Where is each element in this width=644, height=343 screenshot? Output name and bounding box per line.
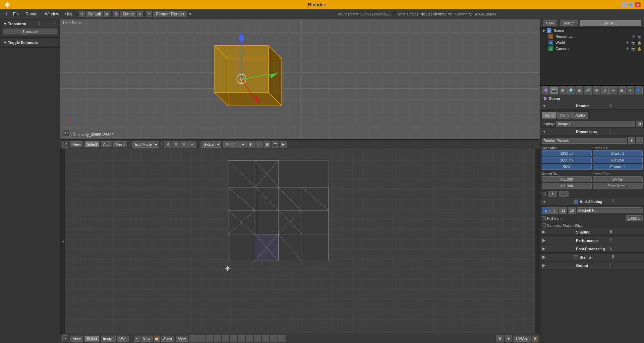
aa-num-11[interactable]: 11 (559, 207, 567, 214)
viewport-shade1[interactable]: ◐ (248, 141, 255, 148)
editmode-header[interactable]: ▼ Toggle Editmode ⠿ (1, 39, 59, 46)
prop-render-icon[interactable]: 📷 (550, 86, 558, 94)
aspect-checkbox[interactable] (542, 192, 546, 196)
viewport-shade2[interactable]: ○ (256, 141, 263, 148)
uv-icon11[interactable] (270, 335, 277, 342)
fullsam-checkbox[interactable] (542, 216, 546, 220)
motionblur-checkbox[interactable] (542, 223, 546, 227)
uv-icon1[interactable] (190, 335, 197, 342)
add-menu-button[interactable]: Add (101, 141, 112, 147)
renderlayer-eye[interactable]: 👁 (632, 35, 635, 39)
outliner-view-button[interactable]: View (543, 20, 557, 26)
uv-icon5[interactable] (222, 335, 229, 342)
uv-image-button[interactable]: Image (101, 336, 116, 342)
prop-object-icon[interactable]: ▣ (576, 86, 583, 94)
uv-left-scrollbar[interactable]: ◀ (60, 149, 65, 334)
fullsam-value[interactable]: 1.000 p (626, 215, 643, 221)
global-select[interactable]: Global (201, 141, 221, 148)
aa-checkbox[interactable] (574, 200, 578, 204)
uv-icon6[interactable] (230, 335, 237, 342)
aspect-val-field[interactable]: 1 (548, 191, 557, 197)
renderlayer-render-icon[interactable]: 📷 (637, 35, 641, 39)
output-section-header[interactable]: ▶ Output ⠿ (540, 262, 644, 269)
display-copy-icon[interactable]: ⊞ (636, 121, 643, 127)
camera-render-icon[interactable]: 📷 (631, 47, 635, 51)
presets-remove-icon[interactable]: - (636, 137, 643, 144)
res-y-field[interactable]: 1080 px (542, 157, 592, 163)
uv-editor-icon[interactable]: ✂ (62, 335, 69, 342)
uv-icon8[interactable] (246, 335, 253, 342)
viewport-3d[interactable]: User Persp Z X (1) Geometry_02886126692 … (60, 19, 540, 139)
aspect-val-field2[interactable]: 1 (559, 191, 569, 197)
postprocessing-section-header[interactable]: ▶ Post Processing ⠿ (540, 245, 644, 253)
uv-icon10[interactable] (262, 335, 269, 342)
uv-view2-button[interactable]: View (176, 336, 189, 342)
uv-new-button[interactable]: New (141, 336, 153, 342)
close-button[interactable]: ✕ (635, 2, 641, 7)
file-menu[interactable]: File (10, 11, 22, 17)
aa-num-5[interactable]: 5 (542, 207, 550, 214)
viewport-zoom-icon[interactable]: ⊕ (172, 141, 179, 148)
uv-icon7[interactable] (238, 335, 245, 342)
render-menu[interactable]: Render (23, 11, 41, 17)
overlay-icon[interactable]: ⬡ (231, 141, 239, 148)
aa-num-16[interactable]: 16 (568, 207, 576, 214)
prop-data-icon[interactable]: ⊿ (601, 86, 609, 94)
engine-dropdown[interactable]: ▼ (188, 12, 192, 16)
workspace-expand[interactable]: ✕ (104, 11, 110, 17)
shading-icon[interactable]: ● (239, 141, 247, 148)
uv-open-button[interactable]: Open (161, 336, 174, 342)
outliner-camera-item[interactable]: C Camera 👁 📷 🔒 (540, 46, 644, 52)
scene-expand[interactable]: ✕ (137, 11, 143, 17)
uvmap-lock[interactable]: 🔒 (532, 336, 538, 342)
render-tab-rend[interactable]: Rend (542, 112, 556, 119)
frame-start-field[interactable]: Start : 1 (593, 150, 643, 156)
time-remaining-field[interactable]: Time Rem... (593, 183, 643, 189)
viewport-resize-handle[interactable] (537, 19, 540, 139)
prop-scene-icon[interactable]: 🔮 (542, 86, 549, 94)
render-tab-anim[interactable]: Anim (557, 112, 572, 119)
prop-layers-icon[interactable]: ⊞ (559, 86, 567, 94)
outliner-world-item[interactable]: W World 👁 📷 🔒 (540, 40, 644, 46)
mode-select[interactable]: Edit Mode (132, 141, 159, 148)
maximize-button[interactable]: □ (629, 2, 634, 7)
prop-material-icon[interactable]: ● (609, 86, 617, 94)
uvmap-icon[interactable]: ⊞ (496, 335, 503, 342)
window-menu[interactable]: Window (42, 11, 62, 17)
uv-select-button[interactable]: Select (85, 336, 100, 342)
outliner-scene-item[interactable]: ▶ S Scene (540, 27, 644, 33)
stamp-section-header[interactable]: ▶ Stamp ⠿ (540, 254, 644, 261)
outliner-all-button[interactable]: All Sc... (580, 20, 641, 26)
viewport-3d-icon[interactable]: ⊙ (62, 141, 69, 148)
mesh-menu-button[interactable]: Mesh (113, 141, 127, 147)
stamp-checkbox[interactable] (574, 255, 578, 259)
prop-particles-icon[interactable]: ✦ (627, 86, 634, 94)
viewport-uv[interactable]: ◀ (60, 149, 540, 334)
frame-en-field[interactable]: En: 250 (593, 157, 643, 163)
uv-icon3[interactable] (206, 335, 213, 342)
prop-modifier-icon[interactable]: ⚙ (593, 86, 600, 94)
camera-eye[interactable]: 👁 (626, 47, 629, 51)
view-menu-button[interactable]: View (70, 141, 83, 147)
display-value[interactable]: Image E... (556, 121, 635, 127)
uv-icon12[interactable] (278, 335, 285, 342)
viewport-render-icon[interactable]: ▦ (264, 141, 271, 148)
info-icon-button[interactable]: ℹ (3, 11, 10, 17)
aa-filter-field[interactable]: Mitchell-N... (577, 207, 643, 213)
viewport-snap-icon[interactable]: ⊞ (180, 141, 187, 148)
aspect-x-field[interactable]: X:1.000 (542, 176, 592, 182)
uv-icon4[interactable] (214, 335, 221, 342)
prop-texture-icon[interactable]: ▦ (618, 86, 626, 94)
select-menu-button[interactable]: Select (85, 141, 100, 147)
prop-physics-icon[interactable]: 🔵 (635, 86, 643, 94)
shading-section-header[interactable]: ▶ Shading ⠿ (540, 228, 644, 236)
scene-select[interactable]: Scene (120, 11, 136, 17)
uv-icon2[interactable] (198, 335, 205, 342)
aa-num-8[interactable]: 8 (550, 207, 558, 214)
render-presets-value[interactable]: Render Presets (542, 138, 627, 144)
translate-button[interactable]: Translate (3, 28, 57, 35)
prop-constraints-icon[interactable]: 🔗 (584, 86, 592, 94)
world-eye[interactable]: 👁 (626, 41, 629, 45)
uvmap-icon2[interactable]: ⊗ (505, 335, 512, 342)
aspect-y-field[interactable]: Y:1.000 (542, 183, 592, 189)
